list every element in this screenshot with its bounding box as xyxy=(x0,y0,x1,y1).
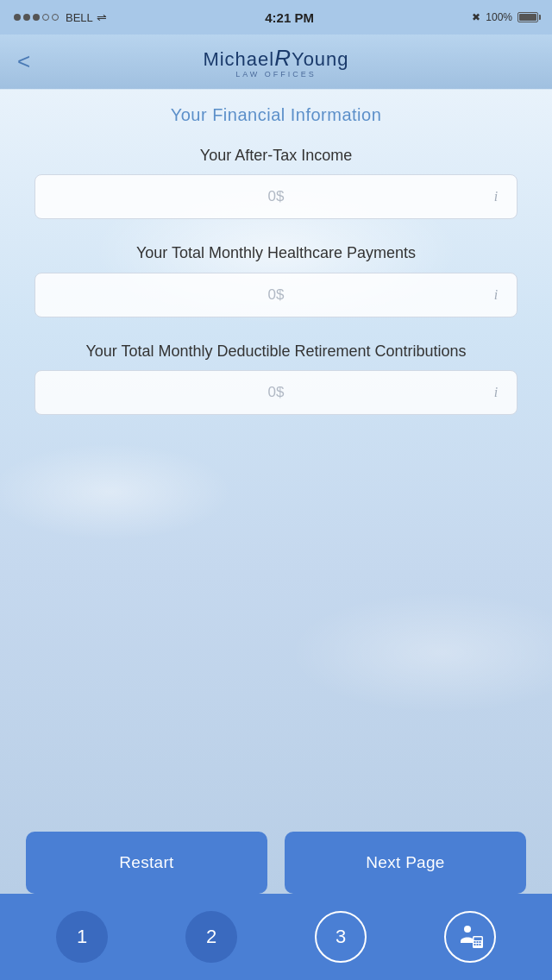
person-calc-svg xyxy=(455,922,485,952)
back-button[interactable]: < xyxy=(17,48,30,75)
field-group-healthcare: Your Total Monthly Healthcare Payments 0… xyxy=(34,243,518,317)
status-right: ✖ 100% xyxy=(472,11,538,23)
dot1 xyxy=(14,14,21,21)
next-page-button[interactable]: Next Page xyxy=(285,832,526,894)
tab-2[interactable]: 2 xyxy=(185,911,237,963)
svg-rect-7 xyxy=(477,944,479,945)
page-title: Your Financial Information xyxy=(17,105,535,125)
main-content: Your Financial Information Your After-Ta… xyxy=(0,90,552,894)
logo-r: R xyxy=(274,45,292,71)
dot4 xyxy=(42,14,49,21)
form-content: Your After-Tax Income 0$ i Your Total Mo… xyxy=(0,137,552,456)
retirement-value: 0$ xyxy=(49,384,503,401)
page-title-bar: Your Financial Information xyxy=(0,90,552,137)
healthcare-input-container[interactable]: 0$ i xyxy=(34,273,518,317)
tab-calculator[interactable] xyxy=(444,911,496,963)
healthcare-info-icon[interactable]: i xyxy=(486,285,506,305)
bottom-buttons: Restart Next Page xyxy=(0,832,552,894)
income-info-icon[interactable]: i xyxy=(486,186,506,207)
logo-title: MichaelRYoung xyxy=(203,45,348,72)
dot5 xyxy=(52,14,59,21)
retirement-label: Your Total Monthly Deductible Retirement… xyxy=(34,342,518,361)
battery-icon xyxy=(518,12,538,22)
battery-percent: 100% xyxy=(486,11,512,23)
calculator-icon xyxy=(455,922,485,952)
income-value: 0$ xyxy=(49,188,503,205)
tab-1-label: 1 xyxy=(77,926,87,948)
restart-button[interactable]: Restart xyxy=(26,832,267,894)
svg-rect-3 xyxy=(474,941,476,943)
tab-bar: 1 2 3 xyxy=(0,894,552,980)
battery-fill xyxy=(519,14,536,21)
field-group-income: Your After-Tax Income 0$ i xyxy=(34,146,518,219)
status-bar: BELL ⇌ 4:21 PM ✖ 100% xyxy=(0,0,552,35)
healthcare-label: Your Total Monthly Healthcare Payments xyxy=(34,243,518,263)
tab-3-label: 3 xyxy=(336,926,346,948)
retirement-input-container[interactable]: 0$ i xyxy=(34,370,518,415)
svg-rect-5 xyxy=(480,941,481,943)
healthcare-value: 0$ xyxy=(49,286,503,304)
tab-3[interactable]: 3 xyxy=(315,911,367,963)
dot2 xyxy=(23,14,30,21)
bluetooth-icon: ✖ xyxy=(472,11,480,23)
wifi-icon: ⇌ xyxy=(97,10,107,24)
carrier-label: BELL xyxy=(66,11,93,24)
income-input-container[interactable]: 0$ i xyxy=(34,174,518,219)
time-display: 4:21 PM xyxy=(265,10,314,25)
svg-rect-2 xyxy=(474,938,482,941)
nav-logo: MichaelRYoung LAW OFFICES xyxy=(203,45,348,79)
field-group-retirement: Your Total Monthly Deductible Retirement… xyxy=(34,342,518,415)
tab-2-label: 2 xyxy=(206,926,216,948)
status-left: BELL ⇌ xyxy=(14,10,107,24)
signal-dots xyxy=(14,14,59,21)
nav-bar: < MichaelRYoung LAW OFFICES xyxy=(0,35,552,90)
tab-1[interactable]: 1 xyxy=(56,911,108,963)
dot3 xyxy=(33,14,40,21)
svg-rect-6 xyxy=(474,944,476,945)
svg-rect-8 xyxy=(480,944,481,945)
income-label: Your After-Tax Income xyxy=(34,146,518,166)
svg-rect-4 xyxy=(477,941,479,943)
retirement-info-icon[interactable]: i xyxy=(486,382,506,403)
svg-point-0 xyxy=(464,926,471,933)
